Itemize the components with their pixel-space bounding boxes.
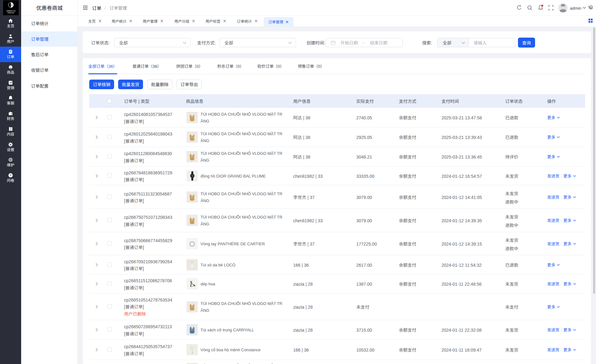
svg-text:A: A [11,3,13,7]
svg-text:?: ? [10,173,12,177]
svg-text:DREAM: DREAM [7,12,14,14]
